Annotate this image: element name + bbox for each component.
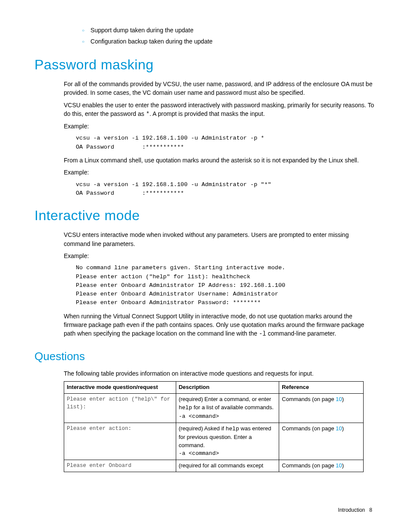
table-row: Please enter Onboard (required for all c… [64, 460, 364, 472]
cell-reference: Commands (on page 10) [279, 460, 364, 472]
bullet-item: ○ Support dump taken during the update [82, 26, 377, 34]
example-label: Example: [64, 252, 377, 260]
col-header: Reference [279, 382, 364, 394]
inline-code: * [146, 111, 149, 118]
bullet-marker-icon: ○ [82, 28, 84, 34]
inline-code: -a <command> [179, 413, 219, 420]
bullet-item: ○ Configuration backup taken during the … [82, 37, 377, 46]
inline-code: help [226, 426, 239, 432]
paragraph: From a Linux command shell, use quotatio… [64, 156, 377, 165]
cell-question: Please enter action ("help\" for list): [64, 394, 176, 423]
paragraph: VCSU enters interactive mode when invoke… [64, 230, 377, 248]
code-block: No command line parameters given. Starti… [76, 264, 377, 307]
paragraph: The following table provides information… [64, 369, 377, 378]
page-link[interactable]: 10 [336, 462, 342, 469]
footer-page-number: 8 [369, 507, 372, 513]
heading-interactive-mode: Interactive mode [34, 205, 377, 225]
bullet-marker-icon: ○ [82, 39, 84, 45]
code-block: vcsu -a version -i 192.168.1.100 -u Admi… [76, 180, 377, 198]
footer-section: Introduction [338, 507, 365, 513]
inline-code: help [179, 404, 192, 411]
table-header-row: Interactive mode question/request Descri… [64, 382, 364, 394]
page-link[interactable]: 10 [336, 425, 342, 432]
cell-description: (required for all commands except [176, 460, 279, 472]
page-footer: Introduction 8 [34, 507, 377, 514]
intro-bullets: ○ Support dump taken during the update ○… [82, 26, 377, 46]
cell-reference: Commands (on page 10) [279, 394, 364, 423]
heading-questions: Questions [34, 348, 377, 365]
cell-question: Please enter Onboard [64, 460, 176, 472]
questions-table: Interactive mode question/request Descri… [64, 381, 364, 472]
inline-code: -a <command> [179, 450, 219, 457]
cell-description: (required) Asked if help was entered for… [176, 423, 279, 460]
example-label: Example: [64, 122, 377, 131]
table-row: Please enter action: (required) Asked if… [64, 423, 364, 460]
heading-password-masking: Password masking [34, 55, 377, 75]
example-label: Example: [64, 168, 377, 177]
code-block: vcsu -a version -i 192.168.1.100 -u Admi… [76, 134, 377, 152]
paragraph: For all of the commands provided by VCSU… [64, 80, 377, 97]
col-header: Interactive mode question/request [64, 382, 176, 394]
col-header: Description [176, 382, 279, 394]
table-row: Please enter action ("help\" for list): … [64, 394, 364, 423]
page-link[interactable]: 10 [336, 396, 342, 402]
cell-reference: Commands (on page 10) [279, 423, 364, 460]
paragraph: VCSU enables the user to enter the passw… [64, 101, 377, 119]
bullet-text: Support dump taken during the update [90, 26, 193, 34]
cell-description: (required) Enter a command, or enter hel… [176, 394, 279, 423]
bullet-text: Configuration backup taken during the up… [90, 37, 212, 46]
paragraph: When running the Virtual Connect Support… [64, 312, 377, 339]
cell-question: Please enter action: [64, 423, 176, 460]
inline-code: -l [259, 330, 266, 337]
